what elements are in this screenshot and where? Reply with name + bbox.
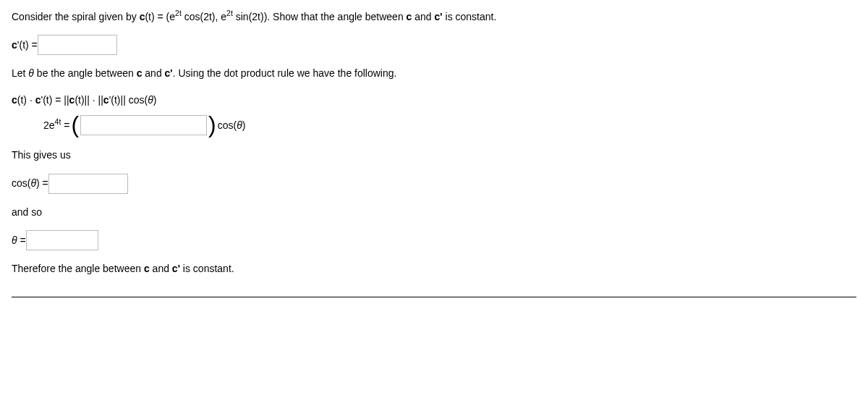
cos-theta-row: cos(θ) = <box>12 174 856 194</box>
text: Therefore the angle between c and c' is … <box>12 261 234 276</box>
cos-theta-suffix: cos(θ) <box>218 117 246 133</box>
divider <box>12 297 856 297</box>
text: This gives us <box>12 147 71 163</box>
let-theta-line: Let θ be the angle between c and c'. Usi… <box>12 65 856 81</box>
cprime-input[interactable] <box>38 35 117 55</box>
conclusion-line: Therefore the angle between c and c' is … <box>12 261 856 276</box>
text: and so <box>12 204 42 220</box>
text: c(t) · c'(t) = ||c(t)|| · ||c'(t)|| cos(… <box>12 92 156 108</box>
cos-theta-input[interactable] <box>48 174 128 194</box>
cos-theta-label: cos(θ) = <box>12 175 48 191</box>
e4t-row: 2e4t = ( ) cos(θ) <box>12 114 856 137</box>
theta-row: θ = <box>12 230 856 250</box>
problem-statement: Consider the spiral given by c(t) = (e2t… <box>12 9 856 25</box>
cprime-label: c'(t) = <box>12 37 38 53</box>
close-paren: ) <box>207 113 218 136</box>
theta-label: θ = <box>12 232 26 248</box>
text: Let θ be the angle between c and c'. Usi… <box>12 65 396 81</box>
gives-line: This gives us <box>12 147 856 163</box>
and-so-line: and so <box>12 204 856 220</box>
cprime-row: c'(t) = <box>12 35 856 55</box>
text: Consider the spiral given by c(t) = (e2t… <box>12 9 496 25</box>
problem-body: Consider the spiral given by c(t) = (e2t… <box>12 9 856 297</box>
dot-product-line: c(t) · c'(t) = ||c(t)|| · ||c'(t)|| cos(… <box>12 92 856 108</box>
e4t-input[interactable] <box>80 115 207 135</box>
theta-input[interactable] <box>26 230 98 250</box>
open-paren: ( <box>69 113 80 136</box>
e4t-label: 2e4t = <box>43 117 69 133</box>
